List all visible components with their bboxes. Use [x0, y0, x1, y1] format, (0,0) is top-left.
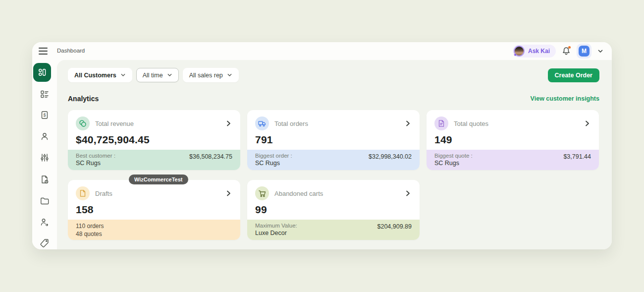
sidebar-item-adjustments[interactable]: [32, 152, 57, 164]
invoice-dollar-icon: $: [40, 110, 50, 120]
truck-icon: [255, 117, 269, 130]
sales-rep-filter-dropdown[interactable]: All sales rep: [183, 68, 239, 82]
chevron-right-icon[interactable]: [224, 189, 232, 197]
time-filter-dropdown[interactable]: All time: [136, 68, 179, 82]
footer-value: $3,791.44: [563, 153, 591, 167]
card-value: 158: [68, 200, 240, 216]
chevron-down-icon[interactable]: [597, 48, 604, 55]
tag-icon: [40, 238, 50, 248]
sidebar-item-billing[interactable]: $: [32, 109, 57, 121]
user-avatar[interactable]: M: [577, 44, 591, 58]
card-footer: Best customer : SC Rugs $36,508,234.75: [68, 150, 240, 170]
chevron-down-icon: [120, 72, 126, 78]
card-title: Total orders: [274, 120, 308, 127]
filter-bar: All Customers All time All sales rep: [68, 68, 239, 82]
customers-filter-label: All Customers: [74, 72, 116, 79]
footer-name: SC Rugs: [434, 160, 473, 167]
sidebar-item-orders[interactable]: [32, 88, 57, 100]
total-revenue-card[interactable]: Total revenue $40,725,904.45 Best custom…: [68, 110, 240, 170]
topbar-actions: ✦ Ask Kai M: [513, 45, 604, 58]
chevron-right-icon[interactable]: [224, 119, 232, 127]
footer-name: Luxe Decor: [255, 230, 297, 236]
drafts-card[interactable]: Drafts 158 110 orders 48 quotes: [68, 180, 240, 240]
footer-value: $204,909.89: [377, 223, 412, 237]
page-title: Dashboard: [57, 48, 85, 54]
footer-label: Biggest order :: [255, 153, 292, 159]
abandoned-carts-card[interactable]: Abandoned carts 99 Maximum Value: Luxe D…: [247, 180, 420, 240]
notification-dot: [568, 46, 571, 49]
folder-icon: [40, 196, 50, 206]
card-value: 99: [247, 200, 420, 216]
sidebar: $: [32, 60, 57, 249]
card-title: Total revenue: [95, 120, 134, 127]
card-title: Abandoned carts: [274, 190, 323, 197]
card-value: 149: [427, 130, 599, 146]
card-title: Total quotes: [454, 120, 488, 127]
menu-icon[interactable]: [39, 47, 48, 55]
notifications-bell-icon[interactable]: [561, 46, 571, 56]
footer-label: Biggest quote :: [434, 153, 473, 159]
total-orders-card[interactable]: Total orders 791 Biggest order : SC Rugs…: [247, 110, 420, 170]
person-icon: [40, 131, 50, 141]
chevron-right-icon[interactable]: [404, 189, 412, 197]
footer-value: $32,998,340.02: [369, 153, 412, 167]
chevron-right-icon[interactable]: [583, 119, 591, 127]
sparkle-icon: ✦: [513, 53, 517, 58]
analytics-heading: Analytics: [68, 95, 99, 103]
draft-icon: [76, 186, 90, 200]
document-clock-icon: [40, 175, 50, 184]
card-value: 791: [247, 130, 420, 146]
card-footer: 110 orders 48 quotes: [68, 220, 240, 240]
ask-kai-avatar: ✦: [514, 46, 525, 57]
sliders-icon: [40, 153, 50, 163]
sidebar-item-quotes[interactable]: [32, 174, 57, 185]
footer-name: SC Rugs: [255, 160, 292, 167]
footer-label: 110 orders: [76, 223, 104, 230]
person-arrow-icon: [40, 217, 50, 227]
total-quotes-card[interactable]: Total quotes 149 Biggest quote : SC Rugs…: [427, 110, 599, 170]
footer-label: Best customer :: [76, 153, 115, 159]
main-content: All Customers All time All sales rep Cre…: [57, 60, 612, 249]
user-initial: M: [579, 46, 590, 57]
topbar: Dashboard ✦ Ask Kai M: [32, 42, 612, 60]
dashboard-icon: [37, 67, 47, 77]
coins-icon: [76, 117, 90, 130]
cart-icon: [255, 186, 269, 200]
sidebar-item-sales-reps[interactable]: [32, 216, 57, 228]
app-window: Dashboard ✦ Ask Kai M: [32, 42, 612, 249]
sidebar-item-files[interactable]: [32, 195, 57, 207]
card-footer: Maximum Value: Luxe Decor $204,909.89: [247, 220, 420, 240]
sidebar-item-tags[interactable]: [32, 237, 57, 249]
document-icon: [434, 117, 448, 130]
card-title: Drafts: [95, 190, 112, 197]
view-customer-insights-link[interactable]: View customer insights: [531, 95, 599, 102]
card-value: $40,725,904.45: [68, 130, 240, 146]
create-order-button[interactable]: Create Order: [548, 68, 599, 82]
sales-rep-filter-label: All sales rep: [189, 72, 223, 79]
sidebar-item-dashboard[interactable]: [33, 63, 51, 82]
time-filter-label: All time: [143, 72, 163, 79]
footer-name: 48 quotes: [76, 231, 104, 237]
svg-text:$: $: [43, 113, 46, 117]
ask-kai-button[interactable]: ✦ Ask Kai: [513, 45, 556, 58]
footer-name: SC Rugs: [76, 160, 115, 167]
card-footer: Biggest order : SC Rugs $32,998,340.02: [247, 150, 420, 170]
chevron-down-icon: [227, 72, 232, 78]
orders-list-icon: [40, 89, 50, 99]
sidebar-item-customers[interactable]: [32, 130, 57, 142]
chevron-right-icon[interactable]: [404, 119, 412, 127]
chevron-down-icon: [167, 72, 172, 78]
footer-value: $36,508,234.75: [189, 153, 232, 167]
card-footer: Biggest quote : SC Rugs $3,791.44: [427, 150, 599, 170]
customers-filter-dropdown[interactable]: All Customers: [68, 68, 132, 82]
footer-label: Maximum Value:: [255, 223, 297, 229]
ask-kai-label: Ask Kai: [528, 48, 550, 55]
wizcommerce-tooltip: WizCommerceTest: [129, 175, 188, 184]
